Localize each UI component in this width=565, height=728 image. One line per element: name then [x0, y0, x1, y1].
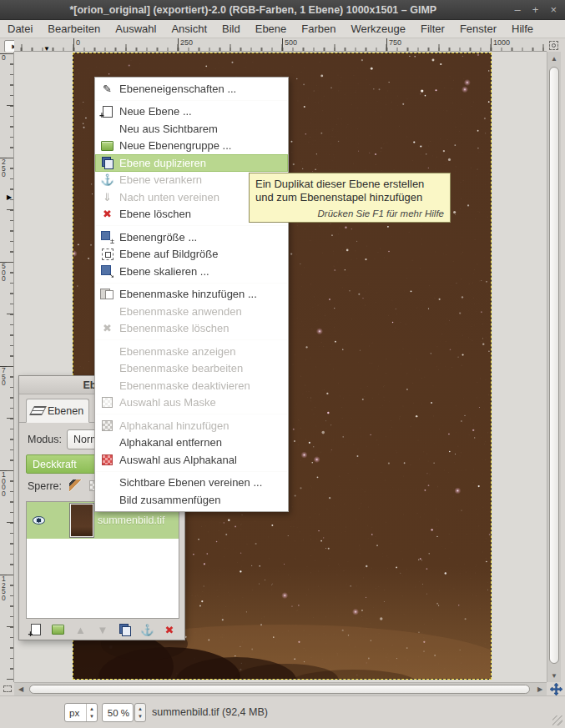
titlebar[interactable]: *[orion_original] (exportiert)-2.0 (RGB-…: [0, 0, 565, 20]
delete-gray-icon: ✖: [100, 322, 114, 334]
menu-item-apply-layer-mask: Ebenenmaske anwenden: [95, 303, 288, 320]
menu-item-layer-to-image-size[interactable]: Ebene auf Bildgröße: [95, 246, 288, 264]
menu-item-label: Auswahl aus Alphakanal: [119, 454, 237, 466]
new-group-button[interactable]: [48, 621, 68, 638]
folder-icon: [100, 139, 114, 152]
layers-stack-icon: [29, 406, 47, 415]
merge-down-icon: ⇓: [100, 191, 114, 203]
tooltip: Ein Duplikat dieser Ebene erstellen und …: [249, 173, 451, 223]
menu-item-alpha-to-selection[interactable]: Auswahl aus Alphakanal: [95, 451, 288, 469]
lock-paint-brush-icon[interactable]: [69, 479, 82, 492]
menubar-item-hilfe[interactable]: Hilfe: [504, 21, 541, 37]
menubar-item-werkzeuge[interactable]: Werkzeuge: [344, 21, 414, 37]
tab-layers[interactable]: Ebenen: [26, 399, 89, 423]
visibility-eye-icon[interactable]: [33, 516, 45, 525]
menu-item-scale-layer[interactable]: Ebene skalieren ...: [95, 263, 288, 280]
menubar-item-datei[interactable]: Datei: [0, 21, 40, 37]
zoom-spinner[interactable]: ▲▼: [134, 703, 146, 722]
scroll-down-arrow-icon[interactable]: ▼: [547, 669, 561, 682]
navigation-cross-icon: [550, 683, 562, 695]
zoom-when-resized-button[interactable]: [547, 38, 561, 52]
spin-down-icon: ▼: [138, 713, 143, 720]
vertical-ruler[interactable]: 025050075010001250: [0, 52, 14, 682]
menubar-item-filter[interactable]: Filter: [413, 21, 452, 37]
checker-light-icon: [100, 396, 114, 409]
menubar-item-ansicht[interactable]: Ansicht: [164, 21, 214, 37]
layer-name[interactable]: summenbild.tif: [98, 515, 165, 526]
maximize-button[interactable]: +: [532, 4, 539, 15]
scroll-up-arrow-icon[interactable]: ▲: [547, 52, 561, 65]
menubar-item-ebene[interactable]: Ebene: [248, 21, 295, 37]
menu-item-show-layer-mask: Ebenenmaske anzeigen: [95, 343, 288, 360]
minimize-button[interactable]: –: [515, 4, 521, 15]
menu-item-layer-properties[interactable]: ✎Ebeneneigenschaften ...: [95, 80, 288, 98]
vertical-scrollbar[interactable]: ▲ ▼: [547, 52, 561, 682]
horizontal-ruler[interactable]: 02505007501000: [14, 38, 547, 52]
menu-item-remove-alpha-channel[interactable]: Alphakanal entfernen: [95, 434, 288, 452]
unit-combobox[interactable]: px ▲▼: [64, 703, 98, 722]
anchor-icon: ⚓: [100, 173, 114, 186]
mask-icon: [100, 288, 114, 300]
folder-icon: [51, 624, 65, 636]
new-layer-icon: [100, 105, 114, 118]
menu-item-label: Ebenengröße ...: [119, 231, 197, 244]
lock-label: Sperre:: [28, 480, 62, 492]
menu-item-merge-visible-layers[interactable]: Sichtbare Ebenen vereinen ...: [95, 474, 288, 492]
menu-separator: [96, 414, 287, 414]
horizontal-scrollbar-thumb[interactable]: [29, 685, 530, 694]
spin-down-icon: ▼: [89, 713, 94, 720]
menu-item-label: Neue Ebene ...: [119, 105, 192, 118]
layer-thumbnail[interactable]: [70, 504, 93, 537]
navigation-button[interactable]: [547, 682, 565, 695]
zoom-input[interactable]: 50 %: [102, 703, 134, 722]
h-ruler-label: 500: [282, 38, 297, 47]
menu-item-label: Ebene duplizieren: [119, 157, 206, 169]
menu-item-add-layer-mask[interactable]: Ebenenmaske hinzufügen ...: [95, 286, 288, 304]
menu-item-duplicate-layer[interactable]: Ebene duplizieren: [95, 154, 288, 172]
close-button[interactable]: ×: [550, 4, 557, 15]
menu-separator: [96, 283, 287, 284]
scroll-right-arrow-icon[interactable]: ▶: [533, 683, 547, 695]
menu-item-label: Ebenenmaske bearbeiten: [119, 362, 243, 374]
menu-item-new-layer-group[interactable]: Neue Ebenengruppe ...: [95, 138, 288, 155]
duplicate-button[interactable]: [115, 621, 135, 638]
menu-item-new-from-visible[interactable]: Neu aus Sichtbarem: [95, 120, 288, 138]
lower-icon: ▼: [95, 624, 109, 636]
v-ruler-label: 250: [2, 158, 6, 178]
blank-icon: [100, 436, 114, 449]
checker-red-icon: [100, 454, 114, 466]
menubar-item-bearbeiten[interactable]: Bearbeiten: [40, 21, 108, 37]
duplicate-icon: [100, 157, 114, 169]
menubar-item-bild[interactable]: Bild: [214, 21, 248, 37]
menu-item-label: Ebene skalieren ...: [119, 265, 209, 278]
new-layer-button[interactable]: [26, 621, 46, 638]
vertical-scrollbar-thumb[interactable]: [549, 67, 559, 664]
resize-grip[interactable]: [552, 715, 562, 725]
v-ruler-label: 0: [2, 53, 6, 62]
menu-item-flatten-image[interactable]: Bild zusammenfügen: [95, 491, 288, 509]
blank-icon: [100, 494, 114, 506]
menubar-item-auswahl[interactable]: Auswahl: [108, 21, 164, 37]
lower-button: ▼: [93, 621, 113, 638]
menubar-item-farben[interactable]: Farben: [294, 21, 343, 37]
blank-icon: [100, 379, 114, 392]
v-ruler-label: 1250: [2, 575, 6, 601]
menu-item-new-layer[interactable]: Neue Ebene ...: [95, 103, 288, 121]
quick-mask-toggle[interactable]: [0, 682, 14, 695]
anchor-icon: ⚓: [140, 624, 154, 636]
layer-list[interactable]: summenbild.tif: [26, 501, 179, 619]
horizontal-scrollbar[interactable]: ◀ ▶: [14, 682, 547, 695]
scroll-left-arrow-icon[interactable]: ◀: [14, 683, 28, 695]
menu-item-label: Alphakanal hinzufügen: [119, 419, 230, 432]
menubar-item-fenster[interactable]: Fenster: [452, 21, 504, 37]
unit-spinner[interactable]: ▲▼: [86, 704, 97, 721]
menu-item-label: Auswahl aus Maske: [119, 396, 216, 409]
h-ruler-label: 250: [178, 38, 193, 47]
checker-icon: [100, 419, 114, 432]
menubar: DateiBearbeitenAuswahlAnsichtBildEbeneFa…: [0, 20, 565, 38]
tab-layers-label: Ebenen: [48, 405, 83, 417]
blank-icon: [100, 476, 114, 489]
delete-button[interactable]: ✖: [159, 621, 179, 638]
menu-item-layer-boundary-size[interactable]: Ebenengröße ...: [95, 228, 288, 246]
new-layer-icon: [29, 624, 43, 636]
